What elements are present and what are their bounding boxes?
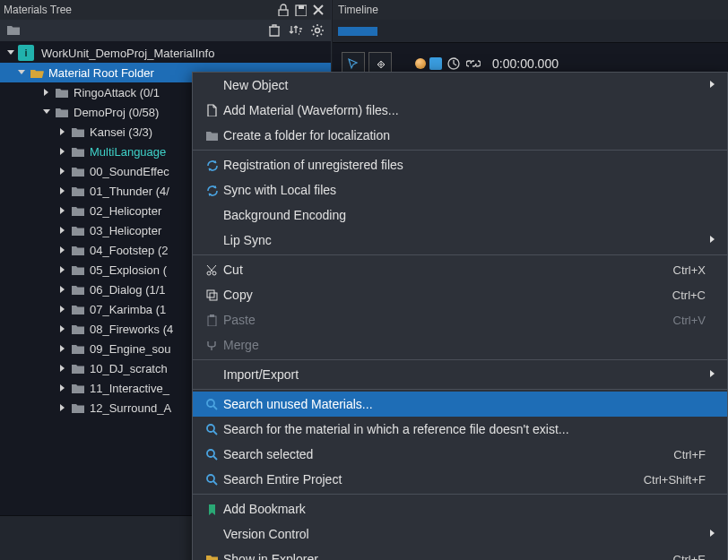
- copy-icon: [202, 289, 221, 301]
- tree-item-label: 12_Surround_A: [86, 401, 171, 415]
- folder-icon: [70, 263, 86, 276]
- chevron-right-icon[interactable]: [56, 184, 70, 198]
- link-icon[interactable]: [465, 56, 481, 72]
- menu-item[interactable]: Add Material (Waveform) files...: [193, 98, 727, 123]
- chevron-right-icon[interactable]: [56, 243, 70, 257]
- folder-icon: [70, 145, 86, 158]
- menu-item[interactable]: Search unused Materials...: [193, 392, 727, 417]
- chevron-right-icon[interactable]: [56, 341, 70, 356]
- menu-item[interactable]: Create a folder for localization: [193, 123, 727, 148]
- menu-item[interactable]: Version Control: [193, 521, 727, 547]
- marker-icon[interactable]: [429, 57, 442, 70]
- close-icon[interactable]: [309, 2, 327, 18]
- menu-item-label: Search unused Materials...: [221, 397, 706, 411]
- save-icon[interactable]: [291, 2, 309, 18]
- bookmark-icon: [202, 503, 221, 515]
- tree-item-label: 00_SoundEffec: [86, 165, 169, 178]
- menu-item-label: Copy: [221, 288, 672, 302]
- menu-item[interactable]: Import/Export: [193, 362, 727, 387]
- menu-item-label: Registration of unregistered files: [221, 158, 706, 172]
- menu-item-label: Background Encoding: [221, 208, 706, 222]
- chevron-right-icon[interactable]: [56, 144, 70, 159]
- menu-item[interactable]: Search for the material in which a refer…: [193, 417, 727, 442]
- menu-item-label: New Object: [221, 78, 706, 92]
- merge-icon: [202, 339, 221, 351]
- tree-item-label: 05_Explosion (: [86, 263, 167, 277]
- menu-item[interactable]: CutCtrl+X: [193, 257, 727, 282]
- timecode: 0:00:00.000: [492, 56, 559, 71]
- chevron-right-icon[interactable]: [56, 203, 70, 218]
- tree-item-label: 08_Fireworks (4: [86, 323, 173, 336]
- menu-item[interactable]: Search selectedCtrl+F: [193, 442, 727, 467]
- folder-icon: [202, 129, 221, 142]
- menu-item-label: Show in Explorer...: [221, 552, 673, 560]
- timeline-title: Timeline: [333, 0, 728, 20]
- chevron-down-icon[interactable]: [39, 105, 54, 119]
- menu-item[interactable]: Lip Sync: [193, 228, 727, 253]
- chevron-right-icon[interactable]: [56, 361, 70, 375]
- workunit-row[interactable]: i WorkUnit_DemoProj_MaterialInfo: [0, 43, 331, 63]
- chevron-right-icon: [706, 530, 718, 538]
- tree-panel-header: Materials Tree: [0, 0, 331, 20]
- folder-icon: [70, 382, 86, 394]
- trash-icon[interactable]: [266, 22, 282, 39]
- chevron-right-icon[interactable]: [56, 302, 70, 316]
- chevron-down-icon[interactable]: [14, 65, 29, 80]
- chevron-right-icon: [706, 81, 718, 90]
- folder-y-icon: [202, 553, 221, 560]
- search-icon: [202, 398, 221, 410]
- menu-item-shortcut: Ctrl+E: [673, 553, 706, 561]
- menu-item[interactable]: CopyCtrl+C: [193, 282, 727, 307]
- menu-item-label: Search Entire Project: [221, 472, 644, 487]
- chevron-right-icon[interactable]: [56, 381, 70, 395]
- record-icon[interactable]: [415, 58, 426, 69]
- folder-icon: [70, 323, 86, 335]
- tree-item-label: 10_DJ_scratch: [86, 362, 168, 375]
- sort-icon[interactable]: [288, 22, 304, 39]
- refresh-icon: [202, 184, 221, 196]
- timeline-strip[interactable]: [333, 20, 728, 43]
- menu-item[interactable]: New Object: [193, 73, 727, 98]
- menu-item[interactable]: Search Entire ProjectCtrl+Shift+F: [193, 467, 727, 492]
- menu-item[interactable]: Sync with Local files: [193, 177, 727, 202]
- search-icon: [202, 473, 221, 486]
- menu-item-shortcut: Ctrl+V: [673, 314, 706, 327]
- menu-item-shortcut: Ctrl+F: [673, 448, 706, 461]
- workunit-label: WorkUnit_DemoProj_MaterialInfo: [38, 47, 214, 60]
- chevron-right-icon[interactable]: [56, 282, 70, 297]
- chevron-down-icon[interactable]: [4, 46, 18, 60]
- chevron-right-icon[interactable]: [56, 125, 70, 139]
- folder-icon: [54, 106, 70, 118]
- chevron-right-icon[interactable]: [56, 164, 70, 178]
- chevron-right-icon: [706, 236, 718, 245]
- tree-item-label: RingoAttack (0/1: [70, 86, 160, 99]
- clock-icon[interactable]: [446, 56, 462, 72]
- folder-icon[interactable]: [5, 22, 22, 39]
- workunit-icon: i: [18, 45, 34, 61]
- gear-icon[interactable]: [309, 22, 325, 39]
- chevron-right-icon[interactable]: [39, 85, 54, 99]
- menu-item[interactable]: Show in Explorer...Ctrl+E: [193, 547, 727, 560]
- menu-item-shortcut: Ctrl+X: [673, 263, 706, 277]
- menu-item[interactable]: Registration of unregistered files: [193, 152, 727, 177]
- chevron-right-icon[interactable]: [56, 322, 70, 336]
- folder-open-icon: [29, 66, 45, 79]
- menu-item-label: Paste: [221, 313, 673, 327]
- tree-panel-title: Materials Tree: [4, 4, 273, 16]
- tree-item-label: 04_Footstep (2: [86, 244, 168, 257]
- menu-item[interactable]: Add Bookmark: [193, 496, 727, 521]
- chevron-right-icon[interactable]: [56, 263, 70, 277]
- folder-icon: [70, 303, 86, 315]
- menu-item-label: Merge: [221, 338, 706, 352]
- menu-item-label: Search for the material in which a refer…: [221, 422, 706, 436]
- cut-icon: [202, 263, 221, 276]
- chevron-right-icon[interactable]: [56, 223, 70, 237]
- menu-item[interactable]: Background Encoding: [193, 202, 727, 228]
- root-folder-label: Material Root Folder: [45, 66, 154, 80]
- lock-icon[interactable]: [273, 2, 291, 18]
- menu-item-label: Create a folder for localization: [221, 128, 706, 142]
- menu-item-label: Import/Export: [221, 367, 706, 382]
- menu-item-label: Add Bookmark: [221, 502, 706, 516]
- tree-item-label: 06_Dialog (1/1: [86, 283, 166, 297]
- chevron-right-icon[interactable]: [56, 401, 70, 415]
